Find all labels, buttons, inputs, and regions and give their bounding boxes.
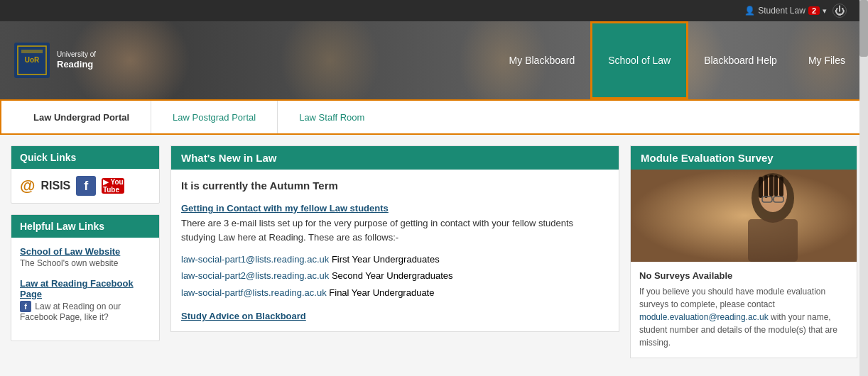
survey-body: No Surveys Available If you believe you …	[631, 262, 857, 358]
survey-text-content: If you believe you should have module ev…	[639, 287, 825, 309]
email-row-3: law-social-partf@lists.reading.ac.uk Fin…	[181, 284, 609, 301]
whats-new-body: It is currently the Autumn Term Getting …	[171, 170, 619, 331]
email-links: law-social-part1@lists.reading.ac.uk Fir…	[181, 251, 609, 301]
no-surveys-label: No Surveys Available	[639, 270, 848, 281]
quick-links-icons: @ RISIS f ▶ YouTube	[11, 169, 159, 203]
main-content: Quick Links @ RISIS f ▶ YouTube Helpful …	[0, 135, 868, 376]
facebook-desc-suffix: Facebook Page, like it?	[20, 312, 109, 322]
survey-header: Module Evaluation Survey	[631, 146, 857, 170]
facebook-icon[interactable]: f	[76, 176, 96, 196]
dropdown-arrow-icon[interactable]: ▾	[823, 6, 827, 16]
facebook-page-link[interactable]: Law at Reading Facebook Page	[20, 278, 151, 299]
study-advice-link[interactable]: Study Advice on Blackboard	[181, 311, 609, 321]
user-icon: 👤	[744, 6, 755, 16]
nav-school-of-law[interactable]: School of Law	[590, 21, 688, 99]
at-icon[interactable]: @	[20, 177, 35, 195]
nav-blackboard-help[interactable]: Blackboard Help	[688, 21, 793, 99]
contact-section: Getting in Contact with my fellow Law st…	[181, 203, 609, 244]
svg-rect-3	[21, 50, 43, 53]
fb-small-icon: f	[20, 301, 31, 312]
helpful-links-body: School of Law Website The School's own w…	[11, 238, 159, 341]
survey-image	[631, 170, 857, 262]
whats-new-header: What's New in Law	[171, 146, 619, 170]
logo-text: University of Reading	[57, 50, 96, 71]
nav-my-files[interactable]: My Files	[793, 21, 861, 99]
quick-links-header: Quick Links	[11, 146, 159, 169]
helpful-link-facebook: Law at Reading Facebook Page f Law at Re…	[20, 278, 151, 322]
svg-rect-6	[748, 219, 798, 262]
user-info: 👤 Student Law 2 ▾	[744, 6, 827, 16]
notification-badge[interactable]: 2	[808, 6, 820, 15]
nav-my-blackboard[interactable]: My Blackboard	[494, 21, 591, 99]
svg-rect-9	[764, 175, 768, 198]
school-website-desc: The School's own website	[20, 258, 151, 268]
email-row-2: law-social-part2@lists.reading.ac.uk Sec…	[181, 267, 609, 284]
hero-section: UoR University of Reading My Blackboard …	[0, 21, 868, 99]
quick-links-card: Quick Links @ RISIS f ▶ YouTube	[11, 145, 160, 204]
helpful-links-header: Helpful Law Links	[11, 215, 159, 238]
scrollbar-thumb[interactable]	[859, 0, 868, 57]
email-link-2[interactable]: law-social-part2@lists.reading.ac.uk	[181, 270, 329, 281]
svg-rect-12	[779, 177, 783, 197]
facebook-page-desc: f Law at Reading on our Facebook Page, l…	[20, 301, 151, 322]
svg-rect-10	[769, 175, 774, 197]
helpful-link-school-website: School of Law Website The School's own w…	[20, 246, 151, 268]
left-column: Quick Links @ RISIS f ▶ YouTube Helpful …	[11, 145, 160, 365]
main-nav: My Blackboard School of Law Blackboard H…	[494, 21, 868, 99]
svg-rect-4	[631, 170, 857, 262]
reading-label: Reading	[57, 59, 93, 70]
svg-rect-8	[759, 177, 763, 198]
email-label-3: Final Year Undergraduate	[329, 287, 434, 298]
hero-overlay: UoR University of Reading My Blackboard …	[0, 21, 868, 99]
survey-person-image	[631, 170, 857, 262]
email-label-1: First Year Undergraduates	[332, 254, 440, 265]
survey-email-link[interactable]: module.evaluation@reading.ac.uk	[639, 312, 769, 322]
svg-rect-11	[774, 175, 778, 197]
school-website-link[interactable]: School of Law Website	[20, 246, 151, 257]
autumn-term-label: It is currently the Autumn Term	[181, 179, 609, 192]
tab-law-postgrad[interactable]: Law Postgrad Portal	[151, 101, 278, 133]
university-crest-icon: UoR	[14, 43, 50, 78]
top-bar: 👤 Student Law 2 ▾ ⏻	[0, 0, 868, 21]
scrollbar[interactable]	[859, 0, 868, 376]
right-column: Module Evaluation Survey	[630, 145, 857, 365]
email-label-2: Second Year Undergraduates	[332, 270, 453, 281]
survey-card: Module Evaluation Survey	[630, 145, 857, 358]
tab-law-staff[interactable]: Law Staff Room	[278, 101, 386, 133]
survey-description: If you believe you should have module ev…	[639, 285, 848, 349]
youtube-icon[interactable]: ▶ YouTube	[102, 178, 124, 194]
svg-text:UoR: UoR	[25, 56, 40, 64]
username-label: Student Law	[758, 6, 805, 16]
email-row-1: law-social-part1@lists.reading.ac.uk Fir…	[181, 251, 609, 267]
sub-navigation: Law Undergrad Portal Law Postgrad Portal…	[0, 99, 868, 135]
middle-column: What's New in Law It is currently the Au…	[170, 145, 619, 365]
contact-text: There are 3 e-mail lists set up for the …	[181, 216, 609, 244]
email-link-3[interactable]: law-social-partf@lists.reading.ac.uk	[181, 287, 327, 298]
whats-new-card: What's New in Law It is currently the Au…	[170, 145, 619, 332]
logo-area: UoR University of Reading	[0, 43, 96, 78]
tab-law-undergrad[interactable]: Law Undergrad Portal	[12, 101, 151, 133]
risis-icon[interactable]: RISIS	[40, 179, 70, 192]
power-button[interactable]: ⏻	[832, 4, 847, 18]
helpful-links-card: Helpful Law Links School of Law Website …	[11, 214, 160, 341]
email-link-1[interactable]: law-social-part1@lists.reading.ac.uk	[181, 254, 329, 265]
contact-heading-link[interactable]: Getting in Contact with my fellow Law st…	[181, 203, 389, 214]
university-of-label: University of	[57, 50, 96, 59]
facebook-desc-prefix: Law at Reading on our	[35, 302, 121, 311]
